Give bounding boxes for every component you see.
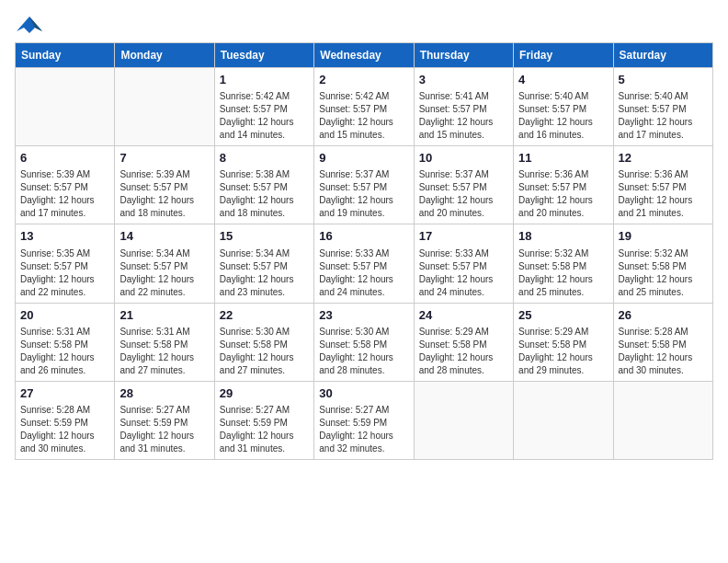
calendar-cell: 22Sunrise: 5:30 AMSunset: 5:58 PMDayligh…: [214, 303, 313, 381]
day-number: 25: [518, 307, 608, 324]
day-number: 15: [220, 228, 309, 245]
day-info: Sunrise: 5:37 AMSunset: 5:57 PMDaylight:…: [319, 168, 408, 220]
day-number: 28: [119, 385, 209, 402]
calendar-cell: 20Sunrise: 5:31 AMSunset: 5:58 PMDayligh…: [16, 303, 115, 381]
day-info: Sunrise: 5:31 AMSunset: 5:58 PMDaylight:…: [20, 326, 109, 377]
calendar-table: SundayMondayTuesdayWednesdayThursdayFrid…: [15, 42, 713, 460]
calendar-cell: 13Sunrise: 5:35 AMSunset: 5:57 PMDayligh…: [16, 224, 115, 303]
week-row-1: 1Sunrise: 5:42 AMSunset: 5:57 PMDaylight…: [16, 68, 713, 146]
day-number: 18: [518, 228, 608, 245]
day-info: Sunrise: 5:33 AMSunset: 5:57 PMDaylight:…: [319, 247, 408, 299]
day-info: Sunrise: 5:42 AMSunset: 5:57 PMDaylight:…: [319, 90, 408, 142]
day-number: 8: [220, 150, 309, 167]
day-number: 24: [419, 307, 508, 324]
week-row-5: 27Sunrise: 5:28 AMSunset: 5:59 PMDayligh…: [16, 381, 713, 459]
day-info: Sunrise: 5:37 AMSunset: 5:57 PMDaylight:…: [419, 168, 508, 220]
calendar-cell: 1Sunrise: 5:42 AMSunset: 5:57 PMDaylight…: [214, 68, 313, 146]
day-info: Sunrise: 5:27 AMSunset: 5:59 PMDaylight:…: [119, 404, 209, 455]
day-number: 2: [319, 72, 408, 88]
day-number: 16: [319, 228, 408, 245]
logo: [15, 15, 42, 35]
day-info: Sunrise: 5:27 AMSunset: 5:59 PMDaylight:…: [319, 404, 408, 455]
calendar-cell: [16, 68, 115, 146]
day-header-friday: Friday: [514, 43, 613, 68]
day-number: 4: [518, 72, 608, 88]
day-info: Sunrise: 5:35 AMSunset: 5:57 PMDaylight:…: [20, 247, 109, 299]
day-info: Sunrise: 5:33 AMSunset: 5:57 PMDaylight:…: [419, 247, 508, 299]
day-number: 21: [119, 307, 209, 324]
calendar-cell: 5Sunrise: 5:40 AMSunset: 5:57 PMDaylight…: [613, 68, 712, 146]
calendar-cell: 16Sunrise: 5:33 AMSunset: 5:57 PMDayligh…: [314, 224, 414, 303]
day-header-wednesday: Wednesday: [314, 43, 414, 68]
day-info: Sunrise: 5:38 AMSunset: 5:57 PMDaylight:…: [220, 168, 309, 220]
calendar-cell: 7Sunrise: 5:39 AMSunset: 5:57 PMDaylight…: [115, 146, 214, 224]
calendar-cell: 15Sunrise: 5:34 AMSunset: 5:57 PMDayligh…: [214, 224, 313, 303]
calendar-cell: 26Sunrise: 5:28 AMSunset: 5:58 PMDayligh…: [613, 303, 712, 381]
day-number: 22: [220, 307, 309, 324]
day-number: 5: [619, 72, 708, 88]
calendar-cell: 30Sunrise: 5:27 AMSunset: 5:59 PMDayligh…: [314, 381, 414, 459]
calendar-header-row: SundayMondayTuesdayWednesdayThursdayFrid…: [16, 43, 713, 68]
calendar-cell: [613, 381, 712, 459]
day-number: 10: [419, 150, 508, 167]
day-info: Sunrise: 5:31 AMSunset: 5:58 PMDaylight:…: [119, 326, 209, 377]
calendar-cell: 18Sunrise: 5:32 AMSunset: 5:58 PMDayligh…: [514, 224, 613, 303]
calendar-cell: [514, 381, 613, 459]
day-header-saturday: Saturday: [613, 43, 712, 68]
calendar-cell: 24Sunrise: 5:29 AMSunset: 5:58 PMDayligh…: [414, 303, 513, 381]
calendar-cell: 4Sunrise: 5:40 AMSunset: 5:57 PMDaylight…: [514, 68, 613, 146]
day-info: Sunrise: 5:40 AMSunset: 5:57 PMDaylight:…: [619, 90, 708, 142]
calendar-cell: 23Sunrise: 5:30 AMSunset: 5:58 PMDayligh…: [314, 303, 414, 381]
day-info: Sunrise: 5:41 AMSunset: 5:57 PMDaylight:…: [419, 90, 508, 142]
calendar-cell: 10Sunrise: 5:37 AMSunset: 5:57 PMDayligh…: [414, 146, 513, 224]
calendar-cell: 25Sunrise: 5:29 AMSunset: 5:58 PMDayligh…: [514, 303, 613, 381]
day-number: 23: [319, 307, 408, 324]
day-number: 27: [20, 385, 109, 402]
day-header-tuesday: Tuesday: [214, 43, 313, 68]
day-number: 12: [619, 150, 708, 167]
calendar-cell: 11Sunrise: 5:36 AMSunset: 5:57 PMDayligh…: [514, 146, 613, 224]
calendar-cell: 3Sunrise: 5:41 AMSunset: 5:57 PMDaylight…: [414, 68, 513, 146]
day-number: 14: [119, 228, 209, 245]
day-number: 11: [518, 150, 608, 167]
day-info: Sunrise: 5:39 AMSunset: 5:57 PMDaylight:…: [119, 168, 209, 220]
day-header-thursday: Thursday: [414, 43, 513, 68]
calendar-cell: 17Sunrise: 5:33 AMSunset: 5:57 PMDayligh…: [414, 224, 513, 303]
day-header-monday: Monday: [115, 43, 214, 68]
day-info: Sunrise: 5:34 AMSunset: 5:57 PMDaylight:…: [119, 247, 209, 299]
calendar-cell: 6Sunrise: 5:39 AMSunset: 5:57 PMDaylight…: [16, 146, 115, 224]
day-number: 30: [319, 385, 408, 402]
day-info: Sunrise: 5:30 AMSunset: 5:58 PMDaylight:…: [319, 326, 408, 377]
day-number: 26: [619, 307, 708, 324]
day-info: Sunrise: 5:28 AMSunset: 5:59 PMDaylight:…: [20, 404, 109, 455]
calendar-cell: 29Sunrise: 5:27 AMSunset: 5:59 PMDayligh…: [214, 381, 313, 459]
calendar-cell: 19Sunrise: 5:32 AMSunset: 5:58 PMDayligh…: [613, 224, 712, 303]
day-info: Sunrise: 5:42 AMSunset: 5:57 PMDaylight:…: [220, 90, 309, 142]
day-info: Sunrise: 5:29 AMSunset: 5:58 PMDaylight:…: [419, 326, 508, 377]
day-info: Sunrise: 5:40 AMSunset: 5:57 PMDaylight:…: [518, 90, 608, 142]
calendar-cell: 14Sunrise: 5:34 AMSunset: 5:57 PMDayligh…: [115, 224, 214, 303]
day-number: 29: [220, 385, 309, 402]
calendar-cell: 2Sunrise: 5:42 AMSunset: 5:57 PMDaylight…: [314, 68, 414, 146]
day-number: 19: [619, 228, 708, 245]
day-number: 13: [20, 228, 109, 245]
day-number: 3: [419, 72, 508, 88]
week-row-3: 13Sunrise: 5:35 AMSunset: 5:57 PMDayligh…: [16, 224, 713, 303]
day-info: Sunrise: 5:32 AMSunset: 5:58 PMDaylight:…: [518, 247, 608, 299]
logo-bird-icon: [17, 15, 42, 35]
day-number: 17: [419, 228, 508, 245]
day-header-sunday: Sunday: [16, 43, 115, 68]
week-row-4: 20Sunrise: 5:31 AMSunset: 5:58 PMDayligh…: [16, 303, 713, 381]
day-number: 7: [119, 150, 209, 167]
day-number: 1: [220, 72, 309, 88]
day-number: 9: [319, 150, 408, 167]
calendar-cell: 27Sunrise: 5:28 AMSunset: 5:59 PMDayligh…: [16, 381, 115, 459]
calendar-cell: 9Sunrise: 5:37 AMSunset: 5:57 PMDaylight…: [314, 146, 414, 224]
day-info: Sunrise: 5:27 AMSunset: 5:59 PMDaylight:…: [220, 404, 309, 455]
header: [15, 15, 713, 35]
calendar-cell: 28Sunrise: 5:27 AMSunset: 5:59 PMDayligh…: [115, 381, 214, 459]
week-row-2: 6Sunrise: 5:39 AMSunset: 5:57 PMDaylight…: [16, 146, 713, 224]
calendar-cell: [115, 68, 214, 146]
day-number: 6: [20, 150, 109, 167]
calendar-cell: 21Sunrise: 5:31 AMSunset: 5:58 PMDayligh…: [115, 303, 214, 381]
